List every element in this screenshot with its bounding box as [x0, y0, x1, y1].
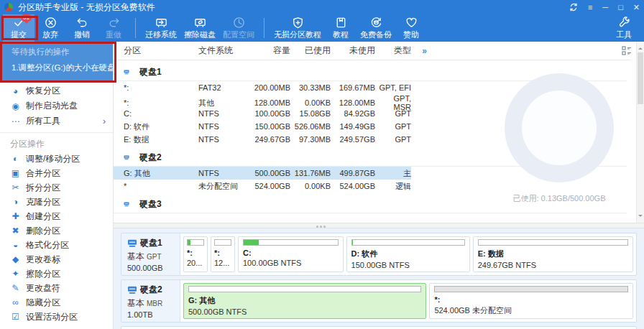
partition-row[interactable]: E: 数据NTFS249.67GB97.30MB249.57GBGPT — [114, 133, 411, 146]
toolbar-button-check[interactable]: 提交01 — [3, 14, 34, 42]
clock-pie-icon — [232, 16, 246, 29]
usage-bar — [187, 239, 204, 246]
minimize-icon[interactable]: ─ — [602, 0, 608, 14]
partition-row[interactable]: C:NTFS100.00GB15.08GB84.92GBGPT — [114, 107, 411, 120]
partition-row[interactable]: *:FAT32200.00MB30.33MB169.67MBGPT, EFI — [114, 81, 411, 94]
toolbar-button-circle-x[interactable]: 放弃 — [34, 14, 66, 42]
partition-label: D: 软件 — [351, 249, 465, 259]
sidebar-item-label: 更改卷标 — [26, 254, 60, 266]
sidebar-item-resize-move[interactable]: ◐调整/移动分区 — [0, 152, 113, 166]
cell-5: GPT — [375, 122, 411, 131]
sidebar-item-volume-label[interactable]: ◆更改卷标 — [0, 252, 113, 267]
disk-scheme: GPT — [147, 253, 162, 261]
partition-block[interactable]: *:524.00GB 未分配空间 — [429, 283, 633, 319]
pane-splitter[interactable] — [114, 223, 644, 228]
column-header-5[interactable]: 类型 — [375, 45, 411, 57]
scroll-up-icon[interactable] — [638, 45, 643, 50]
scrollbar-thumb[interactable] — [638, 52, 643, 104]
partition-size: 150.00GB NTFS — [351, 261, 465, 269]
column-header-2[interactable]: 容量 — [243, 45, 290, 57]
sidebar-item-recover-partition[interactable]: ◕恢复分区 — [0, 83, 113, 98]
toolbar-button-book[interactable]: 教程 — [325, 14, 356, 42]
maximize-icon[interactable]: □ — [618, 0, 623, 14]
close-icon[interactable]: ✕ — [633, 0, 640, 14]
toolbar-button-label: 提交 — [11, 29, 27, 40]
wipe-icon: ✦ — [10, 269, 21, 279]
partition-size: 500.00GB NTFS — [188, 307, 421, 316]
sidebar-item-drive-letter[interactable]: ✎更改盘符 — [0, 281, 113, 295]
sidebar-item-delete[interactable]: ✖删除分区 — [0, 223, 113, 238]
partition-block[interactable]: G: 其他500.00GB NTFS — [183, 283, 426, 319]
partition-label: *: — [214, 249, 231, 257]
toolbar-button-heart[interactable]: 赞助 — [395, 14, 427, 42]
create-icon: ✚ — [10, 211, 21, 221]
window-title: 分区助手专业版 - 无损分区免费软件 — [18, 1, 155, 14]
column-header-4[interactable]: 未使用 — [331, 45, 375, 57]
cell-2: 100.00GB — [243, 109, 290, 118]
column-header-1[interactable]: 文件系统 — [198, 45, 243, 57]
partition-block[interactable]: D: 软件150.00GB NTFS — [346, 236, 470, 272]
partition-row[interactable]: *未分配空间524.00GB0.00KB524.00GB逻辑 — [114, 180, 411, 193]
sidebar-item-format[interactable]: ◒格式化分区 — [0, 238, 113, 252]
sidebar-item-clone[interactable]: ◑克隆分区 — [0, 195, 113, 209]
cell-4: 128.00MB — [331, 98, 375, 107]
cell-0: C: — [124, 109, 198, 118]
cell-1: NTFS — [198, 122, 243, 131]
tools-button[interactable]: 工具 — [608, 14, 640, 42]
cell-3: 15.08GB — [290, 109, 331, 118]
table-header-row: 分区文件系统容量已使用未使用类型» — [114, 42, 631, 60]
cell-2: 500.00GB — [243, 169, 290, 177]
partition-row[interactable]: *:其他128.00MB0.00KB128.00MBGPT, MSR — [114, 94, 411, 107]
sidebar-item-all-tools[interactable]: ⋯所有工具› — [0, 113, 113, 129]
set-active-icon: ☑ — [10, 312, 21, 322]
sidebar-item-split[interactable]: ✂拆分分区 — [0, 180, 113, 195]
partition-row[interactable]: D: 软件NTFS150.00GB526.06MB149.49GBGPT — [114, 120, 411, 133]
boot-disc-icon: ◉ — [10, 101, 21, 111]
menu-icon[interactable]: ≡ — [588, 0, 592, 14]
sidebar-divider — [0, 132, 113, 133]
toolbar-button-backup[interactable]: 免费备份 — [356, 14, 395, 42]
partition-row[interactable]: G: 其他NTFS500.00GB131.76MB499.87GB主 — [114, 167, 411, 180]
sidebar-item-wipe[interactable]: ✦擦除分区 — [0, 267, 113, 281]
pending-operation-item[interactable]: 1.调整分区(G:)的大小在硬盘2上 — [12, 62, 106, 73]
pending-operations-title: 等待执行的操作 — [12, 47, 106, 57]
sidebar-item-label: 调整/移动分区 — [26, 153, 80, 165]
toolbar-button-undo[interactable]: 撤销 — [66, 14, 98, 42]
sidebar-item-label: 拆分分区 — [26, 182, 60, 194]
more-columns-icon[interactable]: » — [411, 46, 428, 56]
drive-erase-icon — [193, 16, 207, 29]
toolbar-button-shield-plus[interactable]: 无损分区教程 — [270, 14, 325, 42]
toolbar-button-drive-arrow[interactable]: 迁移系统 — [142, 14, 180, 42]
sidebar-item-merge[interactable]: ▣合并分区 — [0, 166, 113, 180]
cell-3: 30.33MB — [290, 83, 331, 92]
sidebar-item-hide[interactable]: ∞隐藏分区 — [0, 295, 113, 310]
sidebar-item-set-active[interactable]: ☑设置活动分区 — [0, 310, 113, 324]
partition-block[interactable]: *:12... — [211, 236, 235, 272]
toolbar-button-drive-erase[interactable]: 擦除磁盘 — [180, 14, 219, 42]
cell-1: NTFS — [198, 169, 243, 177]
merge-icon: ▣ — [10, 168, 21, 178]
sidebar-item-boot-disc[interactable]: ◉制作启动光盘 — [0, 98, 113, 113]
partition-block[interactable]: C:100.00GB NTFS — [238, 236, 344, 272]
scroll-down-icon[interactable] — [638, 215, 643, 219]
usage-bar — [478, 239, 628, 246]
clone-icon: ◑ — [10, 197, 21, 207]
usage-bar — [214, 239, 231, 246]
sidebar-item-label: 更改盘符 — [26, 282, 60, 295]
sidebar-item-label: 擦除分区 — [26, 268, 60, 280]
circle-x-icon — [44, 16, 58, 29]
sidebar-item-create[interactable]: ✚创建分区 — [0, 209, 113, 223]
table-scrollbar[interactable] — [636, 42, 644, 223]
disk-map-label[interactable]: 硬盘1基本GPT500.00GB — [121, 233, 180, 275]
disk-map-label[interactable]: 硬盘2基本MBR1.00TB — [121, 280, 180, 322]
cell-0: D: 软件 — [124, 121, 198, 132]
view-toggle-icon[interactable] — [622, 45, 632, 55]
partition-label: *: — [434, 295, 628, 304]
toolbar-separator — [135, 18, 136, 38]
column-header-0[interactable]: 分区 — [124, 45, 198, 57]
column-header-3[interactable]: 已使用 — [290, 45, 331, 57]
partition-block[interactable]: *:20... — [183, 236, 208, 272]
pending-operations-panel: 等待执行的操作 1.调整分区(G:)的大小在硬盘2上 — [0, 42, 113, 80]
refresh-icon[interactable] — [569, 3, 578, 11]
partition-block[interactable]: E: 数据249.67GB NTFS — [473, 236, 633, 272]
